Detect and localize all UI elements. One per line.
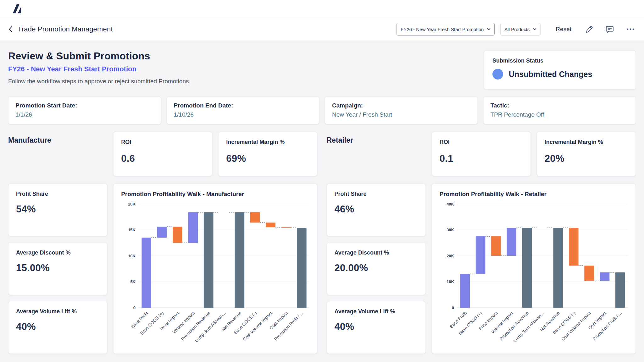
kpi-value: 40% [16,321,99,332]
manufacture-section: Manufacture ROI 0.6 Incremental Margin %… [8,132,318,354]
page-title: Review & Submit Promotions [8,50,191,62]
svg-text:Promotion Profit / ...: Promotion Profit / ... [273,310,304,342]
svg-text:40K: 40K [447,202,454,206]
submission-status-label: Submission Status [492,58,627,64]
promotion-filter-value: FY26 - New Year Fresh Start Promotion [401,27,484,32]
svg-text:10K: 10K [447,279,454,284]
info-card-tactic: Tactic: TPR Percentage Off [483,96,636,124]
chevron-down-icon [487,28,491,30]
kpi-value: 0.1 [440,153,523,164]
page-nav-bar: Trade Promotion Management FY26 - New Ye… [0,18,644,41]
promotion-info-row: Promotion Start Date: 1/1/26 Promotion E… [8,96,636,124]
manufacture-profit-share-card: Profit Share 54% [8,184,107,236]
svg-text:Lump Sum Allowan...: Lump Sum Allowan... [512,310,545,343]
kpi-label: ROI [440,139,523,145]
manufacture-kpi-stack: Profit Share 54% Average Discount % 15.0… [8,184,107,354]
info-card-label: Promotion End Date: [174,102,312,109]
svg-text:Promotion Revenue: Promotion Revenue [180,310,211,342]
manufacture-section-title: Manufacture [8,132,107,176]
kpi-value: 54% [16,204,99,215]
page-subtitle: FY26 - New Year Fresh Start Promotion [8,65,191,73]
back-chevron-icon [8,26,13,33]
kpi-label: Average Discount % [16,250,99,256]
info-card-label: Tactic: [491,102,629,109]
chart-title: Promotion Profitability Walk - Manufactu… [121,191,309,198]
info-card-value: 1/1/26 [15,111,154,118]
chart-title: Promotion Profitability Walk - Retailer [440,191,628,198]
breadcrumb: Trade Promotion Management [18,25,113,33]
retailer-profit-share-card: Profit Share 46% [327,184,426,236]
svg-text:Promotion Profit / ...: Promotion Profit / ... [591,310,623,342]
promotion-filter-dropdown[interactable]: FY26 - New Year Fresh Start Promotion [397,23,495,36]
product-filter-value: All Products [504,27,530,32]
kpi-label: Average Volume Lift % [16,308,99,315]
info-card-start-date: Promotion Start Date: 1/1/26 [8,96,161,124]
back-button[interactable] [8,26,13,33]
submission-status-card: Submission Status Unsubmitted Changes [484,50,636,90]
info-card-campaign: Campaign: New Year / Fresh Start [325,96,478,124]
info-card-label: Campaign: [332,102,470,109]
svg-text:5K: 5K [130,279,136,284]
submission-status-value: Unsubmitted Changes [509,70,592,79]
svg-text:Cost Volume Impact: Cost Volume Impact [560,310,591,342]
kpi-value: 46% [335,204,418,215]
svg-text:15K: 15K [128,228,136,232]
top-brand-bar [0,0,644,18]
product-filter-dropdown[interactable]: All Products [500,23,541,36]
retailer-waterfall-chart-card: Promotion Profitability Walk - Retailer … [432,184,636,354]
retailer-kpi-stack: Profit Share 46% Average Discount % 20.0… [327,184,426,354]
svg-text:Cost Volume Impact: Cost Volume Impact [242,310,273,342]
kpi-value: 20% [545,153,628,164]
manufacture-average-volume-lift-card: Average Volume Lift % 40% [8,301,107,354]
svg-text:10K: 10K [128,254,136,258]
page-description: Follow the workflow steps to approve or … [8,78,191,85]
svg-text:30K: 30K [447,228,454,232]
main-content: Review & Submit Promotions FY26 - New Ye… [0,41,644,354]
kpi-label: ROI [121,139,204,145]
status-dot [492,69,503,80]
retailer-section: Retailer ROI 0.1 Incremental Margin % 20… [327,132,636,354]
more-options-icon [626,28,635,30]
page-heading-block: Review & Submit Promotions FY26 - New Ye… [8,50,191,85]
svg-text:Lump Sum Allowan...: Lump Sum Allowan... [194,310,226,343]
kpi-label: Average Discount % [335,250,418,256]
chevron-down-icon [533,28,536,30]
reset-button[interactable]: Reset [556,26,571,33]
svg-text:0: 0 [133,305,136,310]
kpi-label: Profit Share [335,191,418,197]
edit-pencil-icon [585,25,593,33]
info-card-label: Promotion Start Date: [15,102,154,109]
manufacturer-waterfall-chart-card: Promotion Profitability Walk - Manufactu… [113,184,317,354]
retailer-section-title: Retailer [327,132,426,176]
retailer-average-discount-card: Average Discount % 20.00% [327,242,426,295]
kpi-value: 69% [226,153,309,164]
kpi-label: Average Volume Lift % [335,308,418,315]
retailer-average-volume-lift-card: Average Volume Lift % 40% [327,301,426,354]
manufacturer-waterfall-chart: 05K10K15K20KBase ProfitBase COGS (+)Pric… [121,199,311,349]
kpi-label: Incremental Margin % [226,139,309,145]
manufacture-average-discount-card: Average Discount % 15.00% [8,242,107,295]
kpi-value: 20.00% [335,262,418,274]
anaplan-logo [11,3,22,14]
more-options-button[interactable] [626,28,635,30]
svg-text:0: 0 [452,305,454,310]
kpi-label: Profit Share [16,191,99,197]
retailer-incremental-margin-card: Incremental Margin % 20% [537,132,636,176]
retailer-waterfall-chart: 010K20K30K40KBase ProfitBase COGS (+)Pri… [440,199,630,349]
manufacture-roi-card: ROI 0.6 [113,132,212,176]
info-card-end-date: Promotion End Date: 1/10/26 [167,96,319,124]
kpi-value: 40% [335,321,418,332]
svg-text:20K: 20K [128,202,136,206]
svg-text:20K: 20K [447,254,454,258]
info-card-value: TPR Percentage Off [491,111,629,118]
kpi-value: 0.6 [121,153,204,164]
info-card-value: New Year / Fresh Start [332,111,470,118]
svg-text:Promotion Revenue: Promotion Revenue [498,310,530,342]
kpi-value: 15.00% [16,262,99,274]
info-card-value: 1/10/26 [174,111,312,118]
comment-button[interactable] [606,25,614,33]
kpi-label: Incremental Margin % [545,139,628,145]
retailer-roi-card: ROI 0.1 [432,132,531,176]
edit-button[interactable] [585,25,593,33]
comment-icon [606,25,614,33]
